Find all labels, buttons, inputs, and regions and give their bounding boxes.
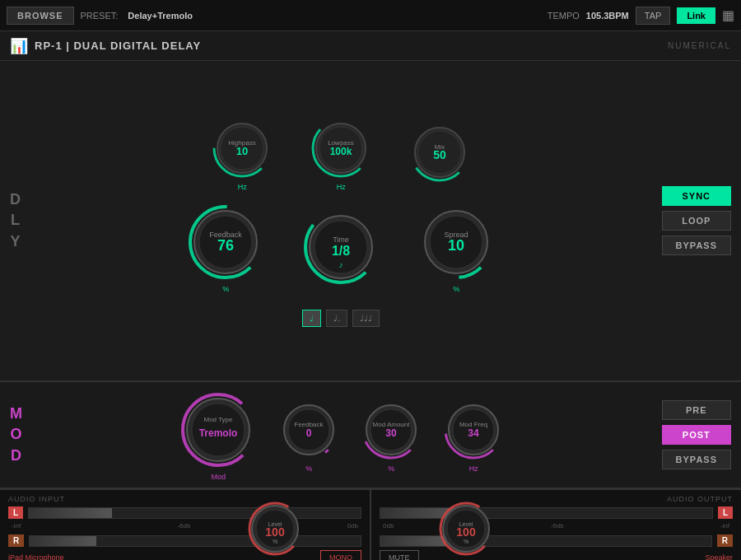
lowpass-knob[interactable]: Lowpass 100k Hz <box>308 115 374 191</box>
input-meter-ticks: -inf -6db 0db <box>8 522 361 530</box>
highpass-unit: Hz <box>238 183 247 191</box>
dly-section: D L Y Highpass 10 Hz <box>0 61 741 382</box>
output-level-knob[interactable]: Level 100 % <box>437 500 495 561</box>
svg-text:1/8: 1/8 <box>332 244 350 258</box>
link-button[interactable]: Link <box>677 7 715 24</box>
audio-output-title: AUDIO OUTPUT <box>380 495 733 503</box>
plugin-icon: 📊 <box>10 37 28 55</box>
input-level-knob[interactable]: Level 100 % <box>246 500 304 561</box>
preset-prefix: PRESET: <box>81 11 119 21</box>
svg-text:30: 30 <box>386 427 398 439</box>
input-left-meter <box>28 507 361 519</box>
sync-button[interactable]: SYNC <box>662 186 731 206</box>
mod-side-buttons: PRE POST BYPASS <box>662 400 731 469</box>
tap-button[interactable]: TAP <box>636 7 671 25</box>
svg-text:Mod Type: Mod Type <box>204 416 234 423</box>
svg-text:0: 0 <box>306 427 312 439</box>
feedback-unit: % <box>222 285 229 293</box>
dly-knob-row-1: Highpass 10 Hz Lowpass 100k Hz <box>30 115 652 191</box>
input-right-label: R <box>8 534 24 547</box>
dly-knob-row-2: Feedback 76 % Time 1/8 ♪ <box>30 201 652 293</box>
mod-section: M O D Mod Type Tremolo Mod <box>0 382 741 489</box>
loop-button[interactable]: LOOP <box>662 211 731 231</box>
tempo-area: TEMPO 105.3BPM TAP Link ▦ <box>548 7 734 25</box>
output-left-channel: L <box>380 506 733 519</box>
input-device-label: iPad Microphone <box>8 553 64 560</box>
tempo-value: 105.3BPM <box>586 11 629 21</box>
input-right-channel: R <box>8 534 361 547</box>
svg-text:10: 10 <box>236 145 248 157</box>
svg-text:Time: Time <box>333 236 349 244</box>
output-left-meter <box>380 507 713 519</box>
svg-text:%: % <box>464 539 468 544</box>
mod-feedback-knob[interactable]: Feedback 0 % <box>276 397 342 473</box>
svg-text:50: 50 <box>433 148 446 161</box>
svg-text:34: 34 <box>468 427 480 439</box>
svg-text:100: 100 <box>456 525 476 539</box>
mod-freq-knob[interactable]: Mod Freq 34 Hz <box>440 397 506 473</box>
time-btn-dotted[interactable]: ♩. <box>326 310 347 327</box>
dly-label: D L Y <box>10 189 22 252</box>
input-left-label: L <box>8 506 23 519</box>
mod-label: M O D <box>10 404 24 466</box>
feedback-knob[interactable]: Feedback 76 % <box>184 201 267 293</box>
svg-text:%: % <box>273 539 277 544</box>
audio-input-title: AUDIO INPUT <box>8 495 361 503</box>
mod-amount-unit: % <box>388 464 394 473</box>
spread-unit: % <box>453 285 459 293</box>
output-right-meter <box>380 535 712 547</box>
dly-bypass-button[interactable]: BYPASS <box>662 236 731 255</box>
input-right-meter <box>29 535 361 547</box>
spread-knob[interactable]: Spread 10 % <box>415 201 497 293</box>
audio-output-panel: AUDIO OUTPUT L 0db -6db -inf R MUTE <box>371 490 741 560</box>
highpass-knob[interactable]: Highpass 10 Hz <box>209 115 275 191</box>
lowpass-unit: Hz <box>337 183 346 191</box>
time-knob[interactable]: Time 1/8 ♪ <box>300 206 382 288</box>
plugin-header: 📊 RP-1 | DUAL DIGITAL DELAY NUMERICAL <box>0 31 741 61</box>
plugin-title: RP-1 | DUAL DIGITAL DELAY <box>35 40 201 52</box>
mod-amount-knob[interactable]: Mod Amount 30 % <box>358 397 424 473</box>
audio-input-panel: AUDIO INPUT L -inf -6db 0db R iPad Micro… <box>0 490 371 560</box>
output-right-channel: R <box>380 534 733 547</box>
browse-button[interactable]: BROWSE <box>7 7 74 25</box>
mute-button[interactable]: MUTE <box>380 550 419 560</box>
mod-bypass-button[interactable]: BYPASS <box>662 450 731 469</box>
output-meter-ticks: 0db -6db -inf <box>380 522 733 530</box>
time-btn-triplet[interactable]: ♩♩♩ <box>352 310 380 327</box>
svg-text:100k: 100k <box>330 146 352 157</box>
output-left-label: L <box>718 506 733 519</box>
output-device-label: Speaker <box>705 553 733 560</box>
bars-icon[interactable]: ▦ <box>722 7 734 23</box>
main-content: D L Y Highpass 10 Hz <box>0 61 741 560</box>
preset-name: Delay+Tremolo <box>128 11 193 21</box>
svg-text:100: 100 <box>265 525 285 539</box>
output-bottom: MUTE Speaker <box>380 550 733 560</box>
time-btn-quarter[interactable]: ♩ <box>302 310 321 327</box>
numerical-label: NUMERICAL <box>668 41 731 50</box>
dly-knobs: Highpass 10 Hz Lowpass 100k Hz <box>30 115 652 327</box>
mod-freq-unit: Hz <box>469 464 478 473</box>
top-bar: BROWSE PRESET: Delay+Tremolo TEMPO 105.3… <box>0 0 741 31</box>
post-button[interactable]: POST <box>662 425 731 445</box>
svg-text:76: 76 <box>217 237 234 254</box>
io-section: AUDIO INPUT L -inf -6db 0db R iPad Micro… <box>0 489 741 560</box>
time-selector: ♩ ♩. ♩♩♩ <box>30 310 652 327</box>
svg-text:♪: ♪ <box>339 260 343 269</box>
mod-type-knob[interactable]: Mod Type Tremolo Mod <box>177 389 259 481</box>
input-left-channel: L <box>8 506 361 519</box>
svg-text:Tremolo: Tremolo <box>199 427 238 439</box>
mix-knob[interactable]: Mix 50 <box>407 119 473 187</box>
input-bottom: iPad Microphone MONO <box>8 550 361 560</box>
mod-type-unit: Mod <box>212 473 226 481</box>
svg-text:10: 10 <box>448 237 464 254</box>
dly-side-buttons: SYNC LOOP BYPASS <box>662 186 731 255</box>
mod-knobs: Mod Type Tremolo Mod Feedback 0 % <box>32 389 652 481</box>
mono-button[interactable]: MONO <box>320 550 361 560</box>
pre-button[interactable]: PRE <box>662 400 731 420</box>
output-right-label: R <box>717 534 733 547</box>
mod-feedback-unit: % <box>305 464 312 473</box>
tempo-label: TEMPO <box>548 11 580 21</box>
